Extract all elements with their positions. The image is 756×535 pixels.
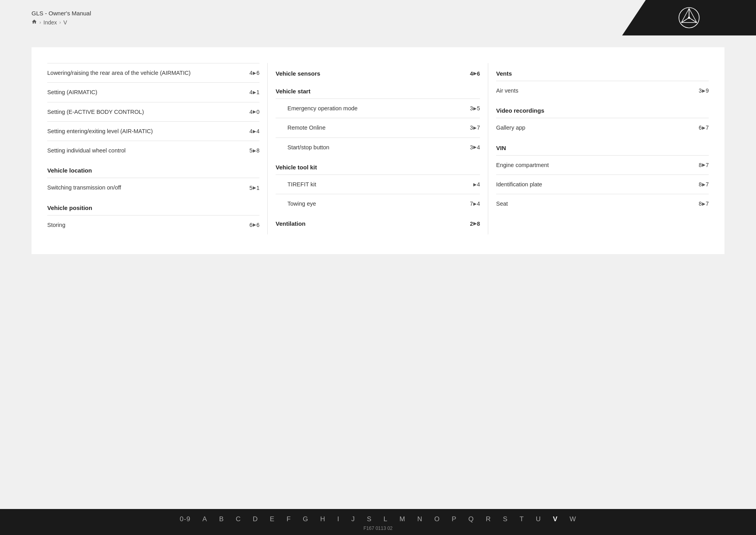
alpha-item-b[interactable]: B (219, 515, 224, 523)
alpha-item-h[interactable]: H (320, 515, 325, 523)
entry-label: Lowering/raising the rear area of the ve… (47, 69, 249, 77)
entry-page: 4▶0 (249, 109, 259, 115)
column-1: Lowering/raising the rear area of the ve… (47, 63, 268, 234)
entry-page: 4▶4 (249, 128, 259, 134)
entry-page: 4▶1 (249, 89, 259, 95)
entry-label: Start/stop button (287, 143, 470, 151)
entry-label: Emergency operation mode (287, 104, 470, 112)
alpha-item-e[interactable]: E (270, 515, 274, 523)
entry-page: 6▶6 (249, 222, 259, 228)
alpha-item-f[interactable]: F (287, 515, 291, 523)
list-item[interactable]: Engine compartment 8▶7 (496, 155, 709, 175)
page-header: GLS - Owner's Manual › Index › V (0, 0, 756, 35)
entry-label: TIREFIT kit (287, 180, 473, 188)
entry-page: 3▶7 (470, 124, 480, 131)
alpha-item-n[interactable]: N (417, 515, 422, 523)
alpha-item-j[interactable]: J (351, 515, 355, 523)
alpha-item-s2[interactable]: S (503, 515, 508, 523)
list-item[interactable]: Air vents 3▶9 (496, 81, 709, 100)
alpha-item-t[interactable]: T (519, 515, 524, 523)
header-left: GLS - Owner's Manual › Index › V (0, 0, 622, 35)
list-item[interactable]: TIREFIT kit ▶4 (276, 175, 480, 194)
main-content: Lowering/raising the rear area of the ve… (32, 47, 724, 254)
breadcrumb-sep-1: › (39, 19, 41, 25)
alpha-item-u[interactable]: U (536, 515, 541, 523)
breadcrumb: › Index › V (32, 19, 591, 26)
section-header-ventilation: Ventilation 2▶8 (276, 213, 480, 231)
alpha-item-p[interactable]: P (452, 515, 456, 523)
logo-area (622, 0, 756, 35)
entry-page: 2▶8 (470, 221, 480, 227)
document-title: GLS - Owner's Manual (32, 10, 591, 17)
alpha-item-o[interactable]: O (434, 515, 440, 523)
mercedes-logo (678, 7, 700, 29)
entry-page: 7▶4 (470, 201, 480, 207)
entry-label: Remote Online (287, 124, 470, 132)
entry-page: 3▶9 (699, 87, 709, 94)
entry-label: Engine compartment (496, 161, 699, 169)
list-item[interactable]: Emergency operation mode 3▶5 (276, 98, 480, 118)
entry-page: 3▶4 (470, 144, 480, 150)
alpha-item-q[interactable]: Q (469, 515, 474, 523)
footer: 0-9 A B C D E F G H I J S L M N O P Q R … (0, 509, 756, 535)
section-header-vehicle-start: Vehicle start (276, 81, 480, 98)
entry-page: 8▶7 (699, 162, 709, 168)
list-item[interactable]: Towing eye 7▶4 (276, 194, 480, 213)
section-header-vehicle-position: Vehicle position (47, 197, 259, 215)
section-header-video-recordings: Video recordings (496, 100, 709, 118)
alpha-item-i[interactable]: I (337, 515, 340, 523)
alpha-item-a[interactable]: A (202, 515, 207, 523)
entry-label: Storing (47, 221, 249, 229)
alpha-item-m[interactable]: M (400, 515, 406, 523)
alpha-item-d[interactable]: D (253, 515, 258, 523)
svg-point-1 (688, 17, 690, 19)
entry-page: 6▶7 (699, 124, 709, 131)
entry-page: 3▶5 (470, 105, 480, 111)
entry-page: 5▶1 (249, 185, 259, 191)
section-header-vin: VIN (496, 137, 709, 155)
index-grid: Lowering/raising the rear area of the ve… (47, 63, 709, 234)
breadcrumb-index[interactable]: Index (43, 19, 57, 26)
entry-label: Switching transmission on/off (47, 184, 249, 191)
footer-code: F167 0113 02 (363, 526, 393, 531)
breadcrumb-v: V (63, 19, 67, 26)
home-icon[interactable] (32, 19, 37, 26)
entry-label: Setting individual wheel control (47, 147, 249, 154)
list-item[interactable]: Setting individual wheel control 5▶8 (47, 141, 259, 160)
list-item[interactable]: Storing 6▶6 (47, 215, 259, 234)
entry-label: Setting (E-ACTIVE BODY CONTROL) (47, 108, 249, 116)
alpha-item-s1[interactable]: S (367, 515, 372, 523)
entry-page: 8▶7 (699, 201, 709, 207)
list-item[interactable]: Lowering/raising the rear area of the ve… (47, 63, 259, 82)
section-header-vehicle-sensors: Vehicle sensors 4▶6 (276, 63, 480, 81)
entry-page: ▶4 (473, 181, 480, 188)
entry-page: 4▶6 (249, 70, 259, 76)
section-label: Vehicle sensors (276, 70, 320, 77)
alphabet-bar: 0-9 A B C D E F G H I J S L M N O P Q R … (180, 515, 576, 523)
alpha-item-c[interactable]: C (236, 515, 241, 523)
section-header-vehicle-toolkit: Vehicle tool kit (276, 157, 480, 175)
list-item[interactable]: Setting entering/exiting level (AIR-MATI… (47, 121, 259, 141)
alpha-item-09[interactable]: 0-9 (180, 515, 191, 523)
alpha-item-l[interactable]: L (384, 515, 387, 523)
list-item[interactable]: Switching transmission on/off 5▶1 (47, 178, 259, 197)
entry-label: Identification plate (496, 180, 699, 188)
alpha-item-w[interactable]: W (569, 515, 576, 523)
list-item[interactable]: Setting (AIRMATIC) 4▶1 (47, 82, 259, 102)
section-header-vehicle-location: Vehicle location (47, 160, 259, 178)
list-item[interactable]: Seat 8▶7 (496, 194, 709, 213)
list-item[interactable]: Gallery app 6▶7 (496, 118, 709, 137)
alpha-item-v[interactable]: V (553, 515, 558, 523)
breadcrumb-sep-2: › (59, 19, 61, 25)
list-item[interactable]: Identification plate 8▶7 (496, 175, 709, 194)
alpha-item-r[interactable]: R (486, 515, 491, 523)
entry-label: Towing eye (287, 200, 470, 208)
entry-label: Air vents (496, 87, 699, 95)
list-item[interactable]: Setting (E-ACTIVE BODY CONTROL) 4▶0 (47, 102, 259, 121)
alpha-item-g[interactable]: G (303, 515, 308, 523)
column-2: Vehicle sensors 4▶6 Vehicle start Emerge… (268, 63, 488, 234)
list-item[interactable]: Start/stop button 3▶4 (276, 137, 480, 157)
entry-label: Seat (496, 200, 699, 208)
list-item[interactable]: Remote Online 3▶7 (276, 118, 480, 137)
entry-page: 4▶6 (470, 71, 480, 77)
